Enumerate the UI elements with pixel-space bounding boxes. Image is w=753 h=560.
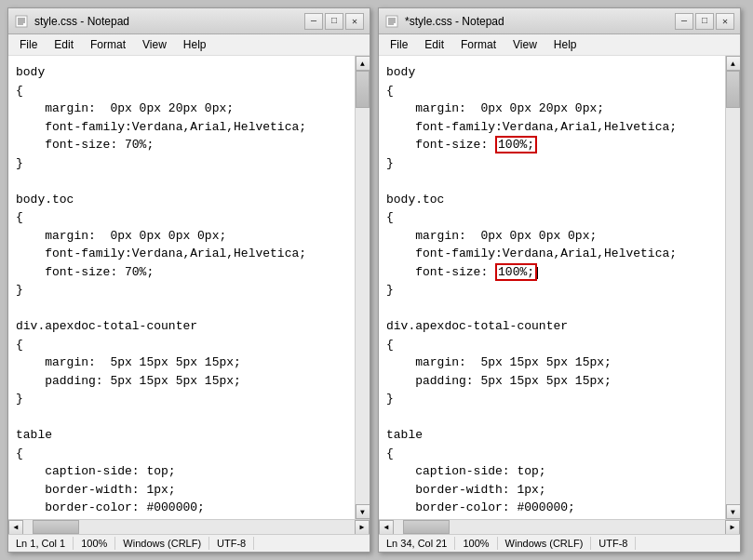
code-line: padding: 5px 15px 5px 15px; xyxy=(16,372,347,391)
right-line-ending: Windows (CRLF) xyxy=(498,537,592,550)
code-line: caption-side: top; xyxy=(16,462,347,481)
code-line: margin: 0px 0px 0px 0px; xyxy=(386,227,718,246)
notepad-icon xyxy=(14,14,29,29)
code-line: border-color: #000000; xyxy=(16,499,347,517)
right-encoding: UTF-8 xyxy=(591,537,636,550)
left-scroll-right-button[interactable]: ▶ xyxy=(355,520,370,535)
left-editor-area[interactable]: body { margin: 0px 0px 20px 0px; font-fa… xyxy=(8,56,370,519)
code-line: { xyxy=(386,82,718,100)
left-menu-edit[interactable]: Edit xyxy=(47,36,81,53)
code-line: margin: 0px 0px 20px 0px; xyxy=(386,100,718,118)
code-line: } xyxy=(16,390,347,408)
code-line: body xyxy=(386,63,718,82)
code-line: { xyxy=(16,336,347,354)
notepad-icon-right xyxy=(384,14,399,29)
code-line: div.apexdoc-total-counter xyxy=(16,317,347,336)
left-status-bar: Ln 1, Col 1 100% Windows (CRLF) UTF-8 xyxy=(8,534,370,552)
left-notepad-window: style.css - Notepad — □ ✕ File Edit Form… xyxy=(7,7,370,553)
right-scroll-right-button[interactable]: ▶ xyxy=(725,520,740,535)
code-line: body.toc xyxy=(386,191,718,209)
code-line: } xyxy=(16,281,347,300)
left-menu-format[interactable]: Format xyxy=(83,36,133,53)
left-scroll-thumb[interactable] xyxy=(356,71,370,108)
left-scroll-track[interactable] xyxy=(356,71,370,504)
right-zoom-level: 100% xyxy=(455,537,497,550)
code-line: } xyxy=(386,281,718,300)
highlighted-value-2: 100%; xyxy=(495,263,537,281)
right-highlighted-line-2: font-size: 100%; xyxy=(386,263,718,282)
right-cursor-position: Ln 34, Col 21 xyxy=(383,537,455,550)
code-line: table xyxy=(16,426,347,445)
right-menu-bar: File Edit Format View Help xyxy=(379,34,740,56)
left-line-ending: Windows (CRLF) xyxy=(115,537,209,550)
code-line: font-family:Verdana,Arial,Helvetica; xyxy=(16,245,347,263)
right-status-bar: Ln 34, Col 21 100% Windows (CRLF) UTF-8 xyxy=(379,534,740,552)
right-menu-view[interactable]: View xyxy=(505,36,545,53)
right-scroll-thumb-h[interactable] xyxy=(403,520,450,534)
left-code-content[interactable]: body { margin: 0px 0px 20px 0px; font-fa… xyxy=(8,56,355,519)
right-menu-format[interactable]: Format xyxy=(453,36,504,53)
right-vertical-scrollbar[interactable]: ▲ ▼ xyxy=(725,56,740,519)
code-line: margin: 5px 15px 5px 15px; xyxy=(16,353,347,372)
right-notepad-window: *style.css - Notepad — □ ✕ File Edit For… xyxy=(378,7,741,553)
code-line: border-width: 1px; xyxy=(16,481,347,500)
right-minimize-button[interactable]: — xyxy=(675,13,693,30)
code-line: { xyxy=(386,336,718,354)
highlighted-value-1: 100%; xyxy=(495,136,537,153)
code-line xyxy=(16,408,347,427)
code-line: font-size: 70%; xyxy=(16,136,347,154)
right-window-title: *style.css - Notepad xyxy=(405,15,504,28)
right-editor-area[interactable]: body { margin: 0px 0px 20px 0px; font-fa… xyxy=(379,56,740,519)
code-line: } xyxy=(386,154,718,173)
code-line: body.toc xyxy=(16,191,347,209)
right-close-button[interactable]: ✕ xyxy=(716,13,734,30)
code-line xyxy=(386,300,718,318)
code-line: table xyxy=(386,426,718,445)
left-menu-view[interactable]: View xyxy=(135,36,174,53)
code-line: { xyxy=(16,208,347,227)
right-menu-help[interactable]: Help xyxy=(546,36,585,53)
right-scroll-track-h[interactable] xyxy=(394,520,725,534)
right-scroll-left-button[interactable]: ◀ xyxy=(379,520,394,535)
right-scroll-thumb[interactable] xyxy=(726,71,740,108)
code-line xyxy=(386,408,718,427)
left-menu-bar: File Edit Format View Help xyxy=(8,34,370,56)
code-line: { xyxy=(386,208,718,227)
code-line: border-style: solid; xyxy=(16,517,347,520)
code-line: { xyxy=(386,445,718,463)
code-line: font-family:Verdana,Arial,Helvetica; xyxy=(386,118,718,137)
left-vertical-scrollbar[interactable]: ▲ ▼ xyxy=(355,56,370,519)
left-scroll-up-button[interactable]: ▲ xyxy=(356,56,370,71)
right-code-content[interactable]: body { margin: 0px 0px 20px 0px; font-fa… xyxy=(379,56,725,519)
left-scroll-thumb-h[interactable] xyxy=(33,520,79,534)
right-maximize-button[interactable]: □ xyxy=(695,13,714,30)
left-maximize-button[interactable]: □ xyxy=(325,13,343,30)
code-line: font-family:Verdana,Arial,Helvetica; xyxy=(386,245,718,263)
right-scroll-down-button[interactable]: ▼ xyxy=(726,504,741,519)
code-line: } xyxy=(16,154,347,173)
code-line: margin: 0px 0px 0px 0px; xyxy=(16,227,347,246)
left-minimize-button[interactable]: — xyxy=(304,13,323,30)
code-line: margin: 0px 0px 20px 0px; xyxy=(16,100,347,118)
code-line: font-size: 70%; xyxy=(16,263,347,282)
right-horizontal-scrollbar[interactable]: ◀ ▶ xyxy=(379,519,740,534)
left-horizontal-scrollbar[interactable]: ◀ ▶ xyxy=(8,519,370,534)
code-line: border-style: solid; xyxy=(386,517,718,520)
left-scroll-left-button[interactable]: ◀ xyxy=(8,520,23,535)
code-line: div.apexdoc-total-counter xyxy=(386,317,718,336)
right-menu-edit[interactable]: Edit xyxy=(417,36,451,53)
right-scroll-track[interactable] xyxy=(726,71,740,504)
left-close-button[interactable]: ✕ xyxy=(345,13,364,30)
code-line: caption-side: top; xyxy=(386,462,718,481)
right-title-controls: — □ ✕ xyxy=(675,13,734,30)
left-menu-help[interactable]: Help xyxy=(176,36,214,53)
left-scroll-track-h[interactable] xyxy=(23,520,355,534)
left-encoding: UTF-8 xyxy=(209,537,254,550)
left-menu-file[interactable]: File xyxy=(12,36,45,53)
left-scroll-down-button[interactable]: ▼ xyxy=(356,504,370,519)
right-scroll-up-button[interactable]: ▲ xyxy=(726,56,741,71)
code-line: body xyxy=(16,63,347,82)
left-zoom-level: 100% xyxy=(74,537,115,550)
right-menu-file[interactable]: File xyxy=(383,36,415,53)
code-line: padding: 5px 15px 5px 15px; xyxy=(386,372,718,391)
